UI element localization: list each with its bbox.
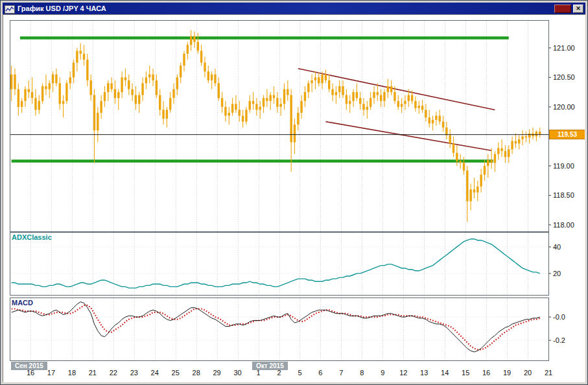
price-pane[interactable]: 121.00120.50120.00119.00118.50118.00 <box>10 20 585 234</box>
x-axis-labels: 1617182122232425282930125678912131415161… <box>27 369 552 377</box>
svg-text:25: 25 <box>172 369 180 377</box>
svg-text:12: 12 <box>399 369 407 377</box>
svg-text:120.00: 120.00 <box>553 103 575 111</box>
month-label-oct: Окт 2015 <box>252 362 288 370</box>
chart-window: График USD /JPY 4 ЧАСА ✕ 121.00120.50120… <box>0 0 588 385</box>
svg-text:21: 21 <box>545 369 552 377</box>
svg-text:118.00: 118.00 <box>553 221 574 229</box>
svg-text:120.50: 120.50 <box>553 73 575 81</box>
svg-text:40: 40 <box>553 243 561 251</box>
svg-text:119.00: 119.00 <box>553 162 574 170</box>
svg-text:-0.0: -0.0 <box>553 313 565 321</box>
svg-text:21: 21 <box>89 369 97 377</box>
adx-pane[interactable]: 4020 <box>10 232 585 296</box>
window-controls: ✕ <box>554 5 583 13</box>
svg-text:29: 29 <box>213 369 220 377</box>
current-price-badge: 119.53 <box>549 130 585 139</box>
svg-text:6: 6 <box>318 369 322 377</box>
svg-text:8: 8 <box>360 369 364 377</box>
minimize-button[interactable] <box>554 5 571 13</box>
close-button[interactable]: ✕ <box>573 5 583 13</box>
svg-text:14: 14 <box>441 369 449 377</box>
svg-text:17: 17 <box>47 369 55 377</box>
time-axis: 1617182122232425282930125678912131415161… <box>10 361 585 382</box>
svg-text:121.00: 121.00 <box>553 44 575 52</box>
svg-text:22: 22 <box>110 369 117 377</box>
svg-text:20: 20 <box>524 369 532 377</box>
chart-window-icon <box>5 5 15 13</box>
macd-pane[interactable]: -0.0-0.2 <box>10 298 585 362</box>
svg-text:30: 30 <box>233 369 241 377</box>
month-label-sep: Сен 2015 <box>11 362 47 370</box>
svg-text:-0.2: -0.2 <box>553 336 565 344</box>
svg-text:15: 15 <box>462 369 469 377</box>
svg-text:19: 19 <box>503 369 511 377</box>
svg-text:23: 23 <box>130 369 138 377</box>
svg-text:13: 13 <box>420 369 428 377</box>
svg-text:24: 24 <box>151 369 159 377</box>
title-bar[interactable]: График USD /JPY 4 ЧАСА ✕ <box>3 3 585 14</box>
window-title: График USD /JPY 4 ЧАСА <box>18 5 554 12</box>
svg-text:20: 20 <box>553 270 561 277</box>
macd-indicator-label: MACD <box>12 299 33 307</box>
svg-text:18: 18 <box>68 369 76 377</box>
svg-text:28: 28 <box>193 369 200 377</box>
svg-text:9: 9 <box>381 369 384 377</box>
svg-text:5: 5 <box>298 369 301 377</box>
chart-client-area: 121.00120.50120.00119.00118.50118.00 402… <box>3 14 585 382</box>
svg-text:118.50: 118.50 <box>553 191 574 199</box>
svg-text:16: 16 <box>482 369 490 377</box>
svg-text:7: 7 <box>339 369 343 377</box>
adx-indicator-label: ADXClassic <box>12 233 52 241</box>
